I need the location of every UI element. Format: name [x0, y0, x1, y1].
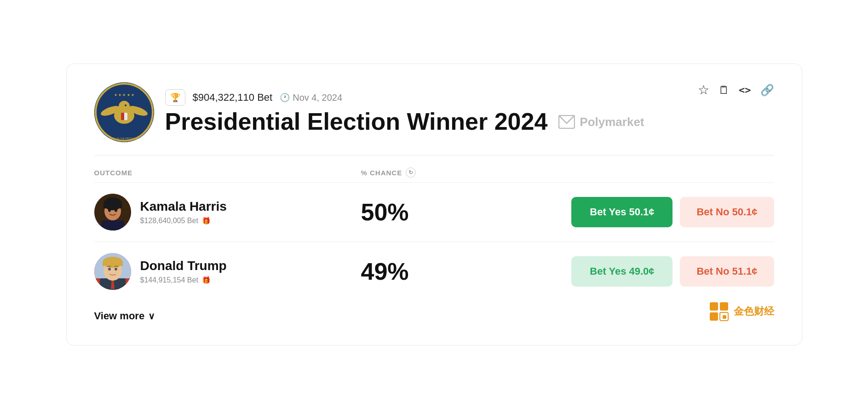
polymarket-logo: Polymarket: [558, 115, 644, 129]
trophy-icon: 🏆: [170, 92, 180, 103]
harris-bet-no-button[interactable]: Bet No 50.1¢: [680, 197, 774, 227]
chevron-down-icon: ∨: [148, 311, 155, 322]
trump-bet-buttons: Bet Yes 49.0¢ Bet No 51.1¢: [571, 256, 774, 287]
trump-bet-yes-button[interactable]: Bet Yes 49.0¢: [571, 256, 673, 287]
clock-icon: 🕐: [280, 92, 290, 103]
harris-bet-yes-button[interactable]: Bet Yes 50.1¢: [571, 197, 673, 227]
svg-point-7: [125, 104, 126, 106]
harris-candidate-col: Kamala Harris $128,640,005 Bet 🎁: [94, 194, 361, 230]
star-icon[interactable]: ☆: [698, 82, 709, 98]
svg-rect-18: [101, 220, 124, 230]
svg-point-20: [115, 209, 117, 212]
harris-name: Kamala Harris: [140, 199, 227, 214]
title-row: Presidential Election Winner 2024 Polyma…: [165, 109, 774, 135]
trump-bet: $144,915,154 Bet 🎁: [140, 276, 227, 284]
view-more-button[interactable]: View more ∨: [94, 310, 155, 322]
svg-text:★ ★ ★ ★ ★: ★ ★ ★ ★ ★: [114, 93, 134, 97]
polymarket-icon: [558, 115, 575, 129]
trophy-badge: 🏆: [165, 89, 185, 106]
link-icon[interactable]: 🔗: [760, 84, 774, 97]
candidate-row-trump: Donald Trump $144,915,154 Bet 🎁 49% Bet …: [94, 242, 774, 301]
col-chance-header: % CHANCE ↻: [361, 167, 774, 178]
footer-row: View more ∨ 金色财经: [94, 301, 774, 322]
code-icon[interactable]: <>: [739, 84, 751, 96]
svg-point-29: [108, 268, 111, 271]
refresh-icon[interactable]: ↻: [406, 167, 416, 178]
header-middle: 🏆 $904,322,110 Bet 🕐 Nov 4, 2024 Preside…: [165, 89, 774, 135]
trump-chance: 49%: [361, 258, 572, 285]
svg-point-6: [119, 101, 130, 112]
harris-chance: 50%: [361, 198, 572, 226]
harris-gift-icon[interactable]: 🎁: [202, 217, 211, 225]
presidential-seal: ★ ★ ★ ★ ★ SEAL OF THE PRESIDENT: [94, 82, 154, 142]
polymarket-label: Polymarket: [580, 115, 644, 129]
trump-bet-no-button[interactable]: Bet No 51.1¢: [680, 256, 774, 287]
document-icon[interactable]: 🗒: [719, 84, 730, 97]
svg-text:SEAL OF THE PRESIDENT: SEAL OF THE PRESIDENT: [109, 137, 138, 140]
harris-bet: $128,640,005 Bet 🎁: [140, 217, 227, 225]
trump-name: Donald Trump: [140, 259, 227, 273]
table-header: OUTCOME % CHANCE ↻: [94, 163, 774, 182]
trump-candidate-col: Donald Trump $144,915,154 Bet 🎁: [94, 253, 361, 290]
harris-bet-buttons: Bet Yes 50.1¢ Bet No 50.1¢: [571, 197, 774, 227]
svg-rect-17: [103, 204, 122, 208]
date-info: 🕐 Nov 4, 2024: [280, 92, 342, 103]
top-divider: [94, 155, 774, 156]
col-outcome-header: OUTCOME: [94, 169, 361, 177]
svg-rect-32: [720, 302, 728, 311]
svg-rect-28: [103, 262, 123, 266]
svg-rect-35: [723, 315, 726, 319]
header: ★ ★ ★ ★ ★ SEAL OF THE PRESIDENT 🏆 $904,3…: [94, 82, 774, 142]
svg-point-19: [108, 209, 111, 212]
svg-rect-31: [710, 302, 718, 311]
trump-avatar: [94, 253, 131, 290]
trump-gift-icon[interactable]: 🎁: [202, 276, 211, 284]
jinse-icon: [709, 301, 729, 322]
page-title: Presidential Election Winner 2024: [165, 109, 548, 135]
harris-avatar: [94, 194, 131, 230]
main-card: ★ ★ ★ ★ ★ SEAL OF THE PRESIDENT 🏆 $904,3…: [66, 63, 802, 346]
candidate-row-harris: Kamala Harris $128,640,005 Bet 🎁 50% Bet…: [94, 182, 774, 242]
jinse-label: 金色财经: [734, 305, 774, 318]
svg-rect-10: [121, 113, 124, 120]
header-actions: ☆ 🗒 <> 🔗: [698, 82, 774, 98]
jinse-logo: 金色财经: [709, 301, 774, 322]
svg-rect-33: [710, 312, 718, 321]
header-top-row: 🏆 $904,322,110 Bet 🕐 Nov 4, 2024: [165, 89, 774, 106]
bet-total: $904,322,110 Bet: [193, 92, 273, 104]
svg-point-30: [115, 268, 117, 271]
trump-info: Donald Trump $144,915,154 Bet 🎁: [140, 259, 227, 284]
harris-info: Kamala Harris $128,640,005 Bet 🎁: [140, 199, 227, 225]
